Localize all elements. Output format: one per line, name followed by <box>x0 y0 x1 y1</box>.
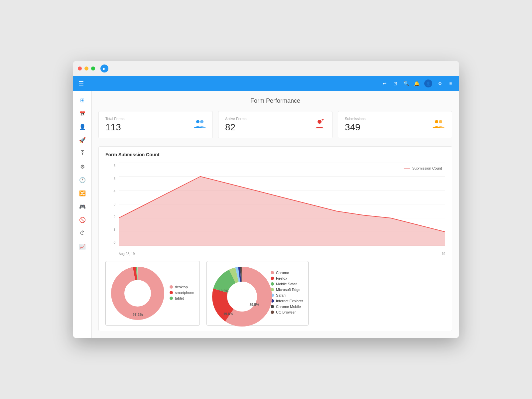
pie-chart-devices <box>111 267 164 320</box>
legend-label-safari: Safari <box>276 293 286 297</box>
stat-card-active-forms: Active Forms 82 + <box>218 111 332 138</box>
stat-cards: Total Forms 113 Act <box>98 111 452 138</box>
stat-value-total: 113 <box>105 122 124 133</box>
area-chart <box>119 163 445 246</box>
legend-dot-desktop <box>170 285 173 289</box>
svg-text:+: + <box>322 119 324 122</box>
sidebar-item-calendar[interactable]: 📅 <box>76 107 89 119</box>
pie-charts-row: 97.2% desktop smartphone <box>105 261 445 326</box>
svg-point-5 <box>439 120 442 123</box>
browser-window: ▶ ☰ ↩ ⊡ 🔍 🔔 👤 ⚙ ≡ ⊞ 📅 👤 🚀 🗄 ⚙ 🕐 🔀 🎮 🚫 <box>73 61 459 338</box>
legend-dot-smartphone <box>170 291 173 294</box>
legend-chrome: Chrome <box>271 271 303 275</box>
submissions-icon <box>432 119 445 131</box>
y-label-4: 4 <box>105 190 115 193</box>
x-label-end: 19 <box>442 252 445 256</box>
legend-mobile-safari: Mobile Safari <box>271 282 303 286</box>
sidebar-item-clock[interactable]: 🕐 <box>76 174 89 186</box>
pie-wrapper-devices: 97.2% <box>111 267 164 320</box>
svg-marker-13 <box>119 177 445 246</box>
legend-label-firefox: Firefox <box>276 276 287 280</box>
legend-smartphone: smartphone <box>170 291 194 295</box>
legend-safari: Safari <box>271 293 303 297</box>
chart-title: Form Submission Count <box>105 152 445 157</box>
stat-card-total-forms: Total Forms 113 <box>98 111 213 138</box>
more-icon[interactable]: ≡ <box>448 80 454 86</box>
sidebar-item-timer[interactable]: ⏱ <box>76 227 89 239</box>
app-bar-actions: ↩ ⊡ 🔍 🔔 👤 ⚙ ≡ <box>382 79 454 87</box>
total-forms-icon <box>194 119 206 131</box>
sidebar: ⊞ 📅 👤 🚀 🗄 ⚙ 🕐 🔀 🎮 🚫 ⏱ 📈 <box>73 91 92 338</box>
stat-value-sub: 349 <box>345 122 365 133</box>
legend-edge: Microsoft Edge <box>271 288 303 292</box>
sidebar-item-gamepad[interactable]: 🎮 <box>76 200 89 212</box>
stat-label-sub: Submissions <box>345 117 365 121</box>
sidebar-item-block[interactable]: 🚫 <box>76 214 89 226</box>
stat-info-total: Total Forms 113 <box>105 117 124 133</box>
sidebar-item-database[interactable]: 🗄 <box>76 147 89 159</box>
fullscreen-icon[interactable]: ⊡ <box>392 80 398 86</box>
chart-section: Form Submission Count 0 1 2 3 4 5 6 <box>98 146 452 331</box>
page-title: Form Performance <box>98 97 452 104</box>
legend-label-edge: Microsoft Edge <box>276 288 300 292</box>
main-content: Form Performance Total Forms 113 <box>92 91 459 338</box>
sidebar-item-settings-circle[interactable]: ⚙ <box>76 161 89 173</box>
legend-dot-tablet <box>170 297 173 300</box>
y-label-3: 3 <box>105 202 115 206</box>
svg-point-2 <box>318 120 322 124</box>
sidebar-item-chart[interactable]: 📈 <box>76 240 89 252</box>
legend-chrome-mobile: Chrome Mobile <box>271 305 303 309</box>
settings-icon[interactable]: ⚙ <box>437 80 443 86</box>
x-label-start: Aug 28, 19 <box>119 252 135 256</box>
sidebar-item-hierarchy[interactable]: 🔀 <box>76 187 89 199</box>
y-label-6: 6 <box>105 164 115 168</box>
stat-info-sub: Submissions 349 <box>345 117 365 133</box>
svg-text:13.5%: 13.5% <box>219 289 228 293</box>
sidebar-item-user[interactable]: 👤 <box>76 121 89 133</box>
svg-point-1 <box>200 120 203 123</box>
svg-text:19.8%: 19.8% <box>223 312 233 316</box>
app-bar: ☰ ↩ ⊡ 🔍 🔔 👤 ⚙ ≡ <box>73 76 459 91</box>
pie-chart-browsers: 19.8% 13.5% 59.5% <box>212 267 272 327</box>
pie-label-devices: 97.2% <box>132 313 143 317</box>
avatar[interactable]: 👤 <box>424 79 432 87</box>
legend-tablet: tablet <box>170 296 194 300</box>
stat-label-total: Total Forms <box>105 117 124 121</box>
legend-label-chrome-mobile: Chrome Mobile <box>276 305 301 309</box>
legend-line <box>404 168 410 169</box>
stat-card-submissions: Submissions 349 <box>338 111 452 138</box>
stat-label-active: Active Forms <box>225 117 246 121</box>
svg-point-17 <box>125 281 150 306</box>
y-label-0: 0 <box>105 241 115 244</box>
close-button[interactable] <box>78 66 82 70</box>
back-icon[interactable]: ↩ <box>382 80 388 86</box>
minimize-button[interactable] <box>84 66 88 70</box>
y-label-2: 2 <box>105 215 115 219</box>
search-icon[interactable]: 🔍 <box>403 80 409 86</box>
title-bar: ▶ <box>73 61 459 76</box>
y-label-5: 5 <box>105 177 115 181</box>
browser-legend: Chrome Firefox Mobile Safari <box>271 271 303 316</box>
legend-desktop: desktop <box>170 285 194 289</box>
sidebar-item-launch[interactable]: 🚀 <box>76 134 89 146</box>
stat-info-active: Active Forms 82 <box>225 117 246 133</box>
maximize-button[interactable] <box>91 66 95 70</box>
notification-icon[interactable]: 🔔 <box>414 80 420 86</box>
pie-card-devices: 97.2% desktop smartphone <box>105 261 200 326</box>
sidebar-item-dashboard[interactable]: ⊞ <box>76 94 89 106</box>
legend-label-smartphone: smartphone <box>175 291 194 295</box>
chart-container: 0 1 2 3 4 5 6 <box>105 163 445 256</box>
pie-wrapper-browsers: 19.8% 13.5% 59.5% <box>212 267 265 320</box>
svg-text:59.5%: 59.5% <box>250 303 259 307</box>
main-layout: ⊞ 📅 👤 🚀 🗄 ⚙ 🕐 🔀 🎮 🚫 ⏱ 📈 Form Performance… <box>73 91 459 338</box>
y-axis: 0 1 2 3 4 5 6 <box>105 163 115 246</box>
legend-label: Submission Count <box>412 166 442 171</box>
x-axis: Aug 28, 19 19 <box>119 252 445 256</box>
legend-ie: Internet Explorer <box>271 299 303 303</box>
legend-label-desktop: desktop <box>175 285 188 289</box>
stat-value-active: 82 <box>225 122 246 133</box>
menu-icon[interactable]: ☰ <box>78 80 84 87</box>
pie-card-browsers: 19.8% 13.5% 59.5% Chrome <box>206 261 309 326</box>
device-legend: desktop smartphone tablet <box>170 285 194 302</box>
svg-point-0 <box>196 120 200 123</box>
